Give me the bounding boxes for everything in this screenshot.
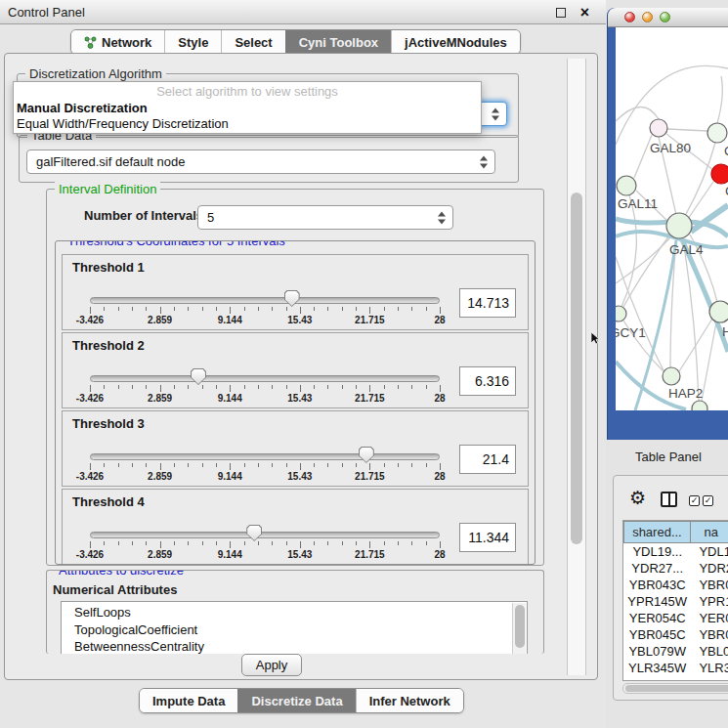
- tab-jactivemnodules[interactable]: jActiveMNodules: [391, 30, 520, 54]
- cell-shared-name[interactable]: YDR27...: [623, 560, 691, 577]
- table-data-select[interactable]: galFiltered.sif default node: [26, 150, 495, 174]
- threshold-slider-track[interactable]: [90, 375, 440, 382]
- table-row[interactable]: YBR045CYBR0: [623, 626, 728, 643]
- column-header-shared-name[interactable]: shared...: [623, 521, 691, 543]
- table-row[interactable]: YPR145WYPR1: [623, 593, 728, 610]
- network-edge[interactable]: [688, 182, 713, 219]
- network-edge[interactable]: [702, 322, 716, 401]
- slider-ticks: [90, 541, 440, 549]
- float-window-icon[interactable]: [556, 8, 566, 18]
- network-node-red-node[interactable]: [711, 164, 728, 184]
- node-label-GAL11: GAL11: [618, 196, 658, 211]
- threshold-slider-track[interactable]: [90, 532, 440, 538]
- number-of-intervals-select[interactable]: 5: [197, 205, 453, 230]
- cell-name[interactable]: YDL1: [691, 543, 728, 560]
- network-node-GAL4[interactable]: [666, 213, 692, 238]
- attributes-scrollbar[interactable]: [512, 603, 526, 654]
- attributes-group-title: Attributes to discretize: [55, 570, 188, 578]
- cell-name[interactable]: YBR0: [691, 577, 728, 593]
- network-node-GAL-top-right[interactable]: [707, 123, 727, 143]
- cell-shared-name[interactable]: YER054C: [623, 610, 691, 626]
- list-item[interactable]: TopologicalCoefficient: [62, 621, 527, 639]
- network-canvas[interactable]: GAL80GACGAL11GAL4GCY1HHAP2: [616, 27, 728, 410]
- table-row[interactable]: YBL079WYBL0: [623, 643, 728, 660]
- network-node-HAP2[interactable]: [663, 367, 680, 385]
- cell-name[interactable]: YBR0: [691, 626, 728, 643]
- list-item[interactable]: SelfLoops: [62, 604, 527, 621]
- network-node-H-node[interactable]: [709, 301, 728, 322]
- list-item[interactable]: BetweennessCentrality: [62, 638, 527, 654]
- bottom-tab-infer-network[interactable]: Infer Network: [356, 689, 463, 712]
- table-row[interactable]: YER054CYER0: [623, 610, 728, 626]
- network-edge[interactable]: [621, 195, 636, 307]
- threshold-slider-thumb[interactable]: [191, 368, 206, 385]
- threshold-value-field[interactable]: 21.4: [459, 445, 516, 474]
- tab-network[interactable]: Network: [71, 30, 164, 54]
- cell-shared-name[interactable]: YDL19...: [623, 543, 691, 560]
- bottom-tab-impute-data[interactable]: Impute Data: [140, 689, 237, 712]
- threshold-slider-track[interactable]: [90, 453, 440, 460]
- threshold-slider-track[interactable]: [90, 297, 440, 304]
- gear-icon[interactable]: ⚙: [629, 488, 646, 509]
- bottom-tab-discretize-data[interactable]: Discretize Data: [237, 689, 355, 712]
- threshold-slider-thumb[interactable]: [359, 447, 374, 463]
- algorithm-option-equal-width-frequency[interactable]: Equal Width/Frequency Discretization: [17, 116, 229, 131]
- cell-shared-name[interactable]: YBR043C: [623, 577, 691, 593]
- cell-shared-name[interactable]: YBR045C: [623, 626, 691, 643]
- threshold-slider-thumb[interactable]: [284, 290, 300, 307]
- column-layout-icon[interactable]: [661, 492, 677, 507]
- panel-vertical-scrollbar[interactable]: [567, 59, 586, 675]
- threshold-value-field[interactable]: 6.316: [459, 366, 516, 396]
- algorithm-option-manual-discretization[interactable]: Manual Discretization: [17, 101, 148, 115]
- cell-name[interactable]: YBL0: [691, 643, 728, 660]
- close-icon[interactable]: ×: [580, 1, 589, 24]
- tick-mark: [202, 463, 203, 467]
- cell-shared-name[interactable]: YIL052C: [623, 676, 691, 681]
- network-graph: GAL80GACGAL11GAL4GCY1HHAP2: [616, 27, 728, 410]
- tab-cyni-toolbox[interactable]: Cyni Toolbox: [285, 30, 391, 54]
- cell-shared-name[interactable]: YLR345W: [623, 660, 691, 676]
- network-edge[interactable]: [616, 237, 670, 283]
- node-attribute-table[interactable]: shared... na YDL19...YDL1YDR27...YDR2YBR…: [622, 520, 728, 681]
- close-light[interactable]: [624, 12, 635, 22]
- minimize-light[interactable]: [642, 12, 653, 22]
- table-row[interactable]: YIL052CYIL0: [623, 676, 728, 681]
- network-edge[interactable]: [679, 319, 712, 371]
- network-node-GAL11[interactable]: [617, 176, 636, 195]
- network-node-bottom-node[interactable]: [692, 401, 707, 410]
- threshold-value-field[interactable]: 11.344: [459, 523, 516, 552]
- table-row[interactable]: YDL19...YDL1: [623, 543, 728, 560]
- table-row[interactable]: YDR27...YDR2: [623, 560, 728, 577]
- threshold-value-field[interactable]: 14.713: [459, 288, 516, 318]
- cell-name[interactable]: YER0: [691, 610, 728, 626]
- zoom-light[interactable]: [660, 12, 670, 22]
- tick-mark: [440, 541, 441, 548]
- cell-name[interactable]: YPR1: [691, 593, 728, 610]
- table-horizontal-scrollbar-thumb[interactable]: [625, 685, 728, 692]
- network-edge[interactable]: [616, 107, 659, 121]
- column-header-name[interactable]: na: [691, 521, 728, 543]
- cell-name[interactable]: YIL0: [691, 676, 728, 681]
- cell-shared-name[interactable]: YPR145W: [623, 593, 691, 610]
- tab-select[interactable]: Select: [221, 30, 284, 54]
- cell-shared-name[interactable]: YBL079W: [623, 643, 691, 660]
- table-row[interactable]: YLR345WYLR3: [623, 660, 728, 676]
- attributes-scrollbar-thumb[interactable]: [515, 605, 525, 648]
- table-row[interactable]: YBR043CYBR0: [623, 577, 728, 593]
- numerical-attributes-list[interactable]: SelfLoopsTopologicalCoefficientBetweenne…: [61, 601, 528, 654]
- panel-vertical-scrollbar-thumb[interactable]: [571, 193, 582, 544]
- tick-mark: [118, 307, 119, 311]
- bottom-tab-label: Discretize Data: [251, 694, 342, 708]
- network-node-GCY1[interactable]: [616, 306, 626, 321]
- network-node-GAL80[interactable]: [650, 119, 667, 137]
- network-edge[interactable]: [667, 129, 707, 131]
- cell-name[interactable]: YDR2: [691, 560, 728, 577]
- cell-name[interactable]: YLR3: [691, 660, 728, 676]
- apply-button[interactable]: Apply: [241, 654, 302, 676]
- checkbox-icon[interactable]: ✓: [703, 495, 713, 506]
- table-horizontal-scrollbar[interactable]: [622, 683, 728, 694]
- network-edge[interactable]: [717, 76, 722, 123]
- threshold-slider-thumb[interactable]: [246, 525, 262, 541]
- checkbox-icon[interactable]: ✓: [689, 495, 700, 506]
- tab-style[interactable]: Style: [164, 30, 221, 54]
